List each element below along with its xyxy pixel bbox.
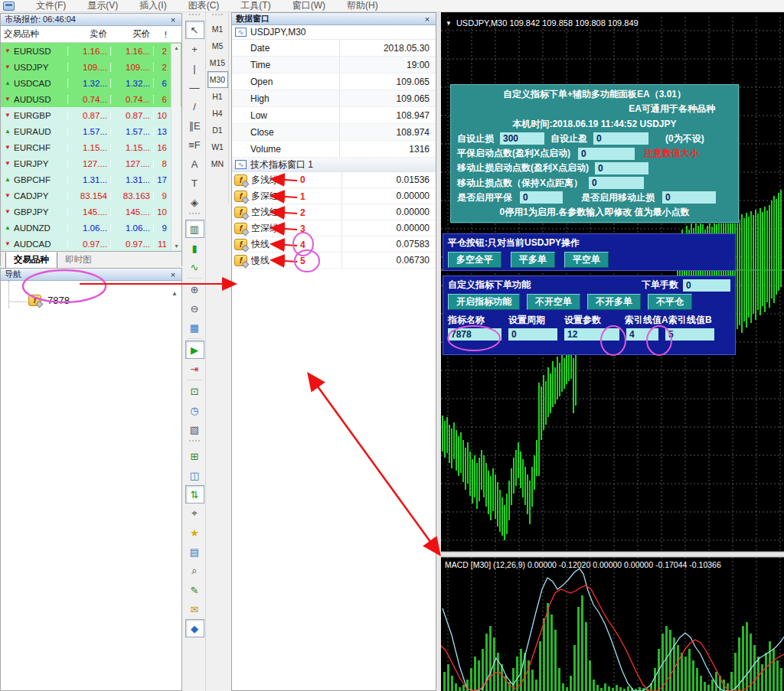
favorites-icon[interactable]: ★ [185,523,204,542]
toolbar-grip[interactable] [189,14,200,18]
new-order-icon[interactable]: ⊡ [185,382,204,400]
new-script-icon[interactable]: ✎ [185,581,204,599]
close-icon[interactable]: × [168,15,178,24]
menu-item-W[interactable]: 窗口(W) [282,0,336,12]
horizontal-line-icon[interactable]: — [185,78,204,96]
close-icon[interactable]: × [168,270,178,279]
button-不开空单[interactable]: 不开空单 [527,294,580,310]
table-row-EURUSD[interactable]: ▼EURUSD1.16...1.16...2 [1,43,181,59]
timeframe-W1[interactable]: W1 [207,139,228,155]
crosshair-icon[interactable]: + [185,40,204,58]
trendline-icon[interactable]: / [185,97,204,116]
search-icon[interactable]: ⌕ [185,562,204,580]
line-chart-icon[interactable]: ∿ [185,258,204,276]
ea-sl-input[interactable]: 300 [500,132,544,145]
table-row-USDJPY[interactable]: ▼USDJPY109....109....2 [1,59,181,75]
toolbar-grip[interactable] [212,14,223,18]
navigator-item-7878[interactable]: f 7878 [28,295,70,306]
timeframe-H1[interactable]: H1 [207,88,228,105]
experts-icon[interactable]: ◆ [185,619,204,637]
indicators-list-icon[interactable]: ⇅ [185,485,204,504]
chart-shift-icon[interactable]: ⇥ [185,360,204,378]
order-field-input[interactable]: 5 [665,328,714,341]
button-不平仓[interactable]: 不平仓 [648,294,692,310]
candlestick-icon[interactable]: ▮ [185,239,204,257]
button-平空单[interactable]: 平空单 [564,252,609,268]
indicator-value: 0.00000 [341,220,436,236]
vertical-line-icon[interactable]: | [185,59,204,77]
button-平多单[interactable]: 平多单 [511,252,555,268]
table-row-AUDNZD[interactable]: ▲AUDNZD1.06...1.06...9 [1,220,181,236]
menu-item-C[interactable]: 图表(C) [178,0,230,12]
timeframe-H4[interactable]: H4 [207,105,228,122]
scroll-up-icon[interactable]: ▲ [172,45,181,51]
text-label-icon[interactable]: T [185,174,204,192]
timeframe-MN[interactable]: MN [207,155,228,172]
scroll-up-icon[interactable]: ▲ [172,290,178,297]
table-row-USDCAD[interactable]: ▲USDCAD1.32...1.32...6 [1,75,181,91]
scroll-down-icon[interactable]: ▼ [172,243,181,249]
ea-en-be-input[interactable]: 0 [520,191,563,204]
order-field-input[interactable]: 12 [564,328,619,341]
order-field-input[interactable]: 4 [626,328,658,341]
tab-即时图[interactable]: 即时图 [57,253,100,268]
button-不开多单[interactable]: 不开多单 [587,294,641,310]
close-icon[interactable]: × [423,15,432,24]
auto-scroll-icon[interactable]: ▶ [185,341,204,359]
table-row-GBPCHF[interactable]: ▲GBPCHF1.31...1.31...17 [1,171,181,187]
table-row-AUDCAD[interactable]: ▼AUDCAD0.97...0.97...11 [1,236,181,251]
timeframe-D1[interactable]: D1 [207,122,228,139]
clock-icon[interactable]: ◷ [185,401,204,419]
lots-input[interactable]: 0 [683,279,730,292]
tab-交易品种[interactable]: 交易品种 [5,252,57,269]
timeframe-M1[interactable]: M1 [207,21,228,37]
mailbox-icon[interactable]: ✉ [185,600,204,618]
crosshair-target-icon[interactable]: ⌖ [185,504,204,523]
toolbar-grip[interactable] [189,440,200,445]
chevron-down-icon[interactable]: ▼ [446,20,452,27]
order-field-input[interactable]: 0 [508,328,557,341]
arrow-up-icon: ▲ [4,128,11,135]
timeframe-toolbar: M1M5M15M30H1H4D1W1MN [207,12,229,204]
table-row-GBPJPY[interactable]: ▼GBPJPY145....145....10 [1,204,181,220]
zoom-in-icon[interactable]: ⊕ [185,280,204,298]
ea-td-input[interactable]: 0 [589,177,644,189]
table-row-EURCHF[interactable]: ▼EURCHF1.15...1.15...16 [1,139,181,155]
menu-item-I[interactable]: 插入(I) [129,0,177,12]
new-chart-icon[interactable]: ⊞ [185,447,204,465]
bar-chart-icon[interactable]: ▥ [185,220,204,238]
strategy-tester-icon[interactable]: ▧ [185,420,204,438]
menu-item-V[interactable]: 显示(V) [77,0,129,12]
tile-windows-icon[interactable]: ▦ [185,318,204,337]
table-row-EURJPY[interactable]: ▼EURJPY127....127....8 [1,155,181,171]
table-row-CADJPY[interactable]: ▼CADJPY83.15483.1639 [1,187,181,204]
table-row-EURAUD[interactable]: ▲EURAUD1.57...1.57...13 [1,123,181,139]
equidistant-channel-icon[interactable]: ∥E [185,116,204,135]
ea-be-input[interactable]: 0 [578,148,635,160]
menu-item-H[interactable]: 帮助(H) [336,0,389,12]
order-field-label: 设置周期 [508,314,564,327]
table-row-EURGBP[interactable]: ▼EURGBP0.87...0.87...10 [1,107,181,123]
terminal-icon[interactable]: ▤ [185,543,204,561]
text-icon[interactable]: A [185,155,204,173]
button-多空全平[interactable]: 多空全平 [448,252,501,268]
chart-window[interactable]: ▼ USDJPY,M30 109.842 109.858 109.808 109… [436,12,784,691]
ea-ts-input[interactable]: 0 [595,162,648,174]
ea-tp-input[interactable]: 0 [593,132,648,145]
timeframe-M5[interactable]: M5 [207,37,228,54]
timeframe-M30[interactable]: M30 [207,71,228,88]
ea-en-ts-input[interactable]: 0 [662,191,716,204]
arrows-icon[interactable]: ◈ [185,193,204,211]
menu-item-F[interactable]: 文件(F) [25,0,77,12]
fibonacci-icon[interactable]: ≡F [185,135,204,154]
timeframe-M15[interactable]: M15 [207,54,228,71]
menu-item-T[interactable]: 工具(T) [230,0,281,12]
toolbar-grip[interactable] [189,213,200,217]
order-field-input[interactable]: 7878 [448,328,501,341]
zoom-out-icon[interactable]: ⊖ [185,299,204,318]
market-watch-scrollbar[interactable]: ▲ ▼ [171,44,181,250]
profiles-icon[interactable]: ◫ [185,466,204,484]
button-开启指标功能[interactable]: 开启指标功能 [448,294,520,310]
table-row-AUDUSD[interactable]: ▼AUDUSD0.74...0.74...6 [1,91,181,107]
cursor-icon[interactable]: ↖ [185,21,204,39]
